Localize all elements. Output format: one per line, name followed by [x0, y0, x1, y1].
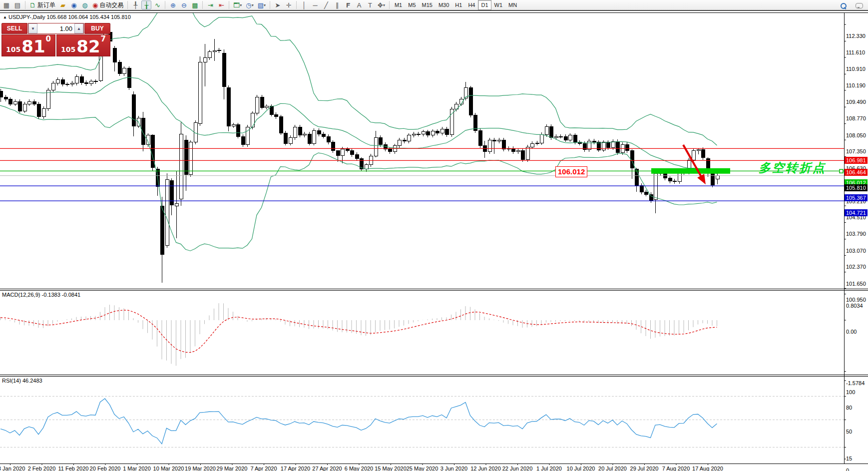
text-label-icon: T	[368, 2, 372, 8]
vertical-line-icon: │	[302, 2, 306, 8]
new-chart-button[interactable]: ▦	[1, 0, 11, 9]
price-badge-105.367: 105.367	[845, 194, 868, 201]
chart-line-button[interactable]: ∿	[152, 0, 162, 9]
toolbar-separator	[389, 1, 390, 9]
buy-button[interactable]: BUY	[84, 23, 110, 34]
autotrade-button[interactable]: ◉ 自动交易	[91, 0, 125, 9]
tile-windows-icon: ▩	[192, 2, 198, 8]
deposit-icon: ▰	[60, 2, 65, 8]
macd-axis-tick: 0.8034	[846, 303, 868, 309]
turning-point-annotation[interactable]: 多空转折点	[759, 160, 826, 176]
price-axis-tick: 107.350	[846, 148, 868, 154]
new-chart-icon: ▦	[3, 2, 9, 8]
price-axis-tick: 103.790	[846, 231, 868, 237]
toolbar-separator	[165, 1, 165, 9]
price-chart-canvas[interactable]	[0, 12, 868, 471]
tile-windows-button[interactable]: ▩	[190, 0, 200, 9]
timeframe-d1-button[interactable]: D1	[478, 0, 491, 10]
timeframe-m5-button[interactable]: M5	[405, 0, 419, 10]
channel-button[interactable]: ∥	[332, 0, 342, 9]
signals-icon: ◍	[82, 2, 87, 8]
indicators-add-icon: 🗔	[233, 2, 240, 8]
crosshair-button[interactable]: ✛	[284, 0, 294, 9]
timeframe-m15-button[interactable]: M15	[419, 0, 435, 10]
arrows-icon: ✥	[378, 2, 383, 8]
horizontal-line-icon: ─	[313, 2, 317, 8]
chevron-down-icon: ▾	[252, 2, 254, 8]
price-axis-tick: 100.950	[846, 297, 868, 303]
price-badge-106.464: 106.464	[845, 169, 868, 176]
toolbar-separator	[202, 1, 203, 9]
buy-price-button[interactable]: 105 82 7	[56, 34, 110, 56]
indicators-button[interactable]: 🗔▾	[232, 0, 243, 9]
timeframe-w1-button[interactable]: W1	[491, 0, 506, 10]
timeframe-m1-button[interactable]: M1	[392, 0, 405, 10]
zoom-out-button[interactable]: ⊖	[179, 0, 189, 9]
timeframe-h1-button[interactable]: H1	[452, 0, 465, 10]
community-button[interactable]: ◉	[69, 0, 79, 9]
cursor-button[interactable]: ➤	[273, 0, 283, 9]
crosshair-icon: ✛	[286, 2, 292, 8]
equidistant-channel-icon: ∥	[336, 2, 339, 8]
chart-candles-button[interactable]: ╁	[141, 0, 151, 9]
volume-decrease-button[interactable]: ▼	[28, 23, 37, 33]
toolbar-separator	[229, 1, 229, 9]
price-axis-tick: 111.610	[846, 49, 868, 55]
price-axis-tick: 112.330	[846, 33, 868, 39]
text-icon: A	[357, 2, 362, 8]
trendline-button[interactable]: ╱	[321, 0, 331, 9]
chart-region: ▲ USDJPY-,Daily 105.668 106.064 105.434 …	[0, 12, 868, 471]
new-order-button[interactable]: 🗋 新订单	[28, 0, 57, 9]
cursor-icon: ➤	[275, 2, 281, 8]
chevron-down-icon: ▾	[240, 2, 242, 8]
zoom-out-icon: ⊖	[181, 2, 187, 8]
fibonacci-button[interactable]: 𝐅	[343, 0, 353, 9]
rsi-pane-label: RSI(14) 46.2483	[2, 378, 42, 384]
zoom-in-button[interactable]: ⊕	[168, 0, 178, 9]
text-label-button[interactable]: T	[365, 0, 375, 9]
price-axis-tick: 108.770	[846, 115, 868, 121]
templates-button[interactable]: ▧▾	[256, 0, 267, 9]
periods-button[interactable]: ◷▾	[244, 0, 255, 9]
collapse-panel-arrow-icon[interactable]: ▲	[3, 15, 7, 19]
search-button[interactable]	[838, 1, 848, 10]
price-axis-tick: 110.190	[846, 82, 868, 88]
macd-axis-tick: 0.00	[846, 329, 868, 335]
timeframe-m30-button[interactable]: M30	[435, 0, 452, 10]
clock-icon: ◷	[246, 2, 251, 8]
autotrade-label: 自动交易	[99, 1, 123, 9]
chat-button[interactable]	[854, 1, 865, 10]
text-button[interactable]: A	[354, 0, 364, 9]
price-badge-106.981: 106.981	[845, 157, 868, 164]
hline-button[interactable]: ─	[310, 0, 320, 9]
chart-bars-button[interactable]: ╀	[130, 0, 140, 9]
auto-scroll-button[interactable]: ⇥	[205, 0, 215, 9]
rsi-axis-tick: 100	[846, 389, 868, 395]
price-axis-tick: 109.490	[846, 99, 868, 105]
buy-price-point: 7	[101, 36, 106, 42]
chevron-up-icon: ▲	[77, 26, 81, 31]
timeframe-mn-button[interactable]: MN	[505, 0, 520, 10]
signals-button[interactable]: ◍	[80, 0, 90, 9]
price-annotation-box[interactable]: 106.012	[555, 166, 587, 177]
chart-shift-button[interactable]: ⇤	[216, 0, 226, 9]
sell-button[interactable]: SELL	[1, 23, 27, 34]
one-click-trade-panel: SELL ▼ 1.00 ▲ BUY 105 81 0 105 82 7	[1, 23, 110, 56]
mt4-window: ▦ ▤ 🗋 新订单 ▰ ◉ ◍ ◉ 自动交易 ╀ ╁ ∿ ⊕ ⊖ ▩ ⇥ ⇤ 🗔…	[0, 0, 868, 471]
price-axis-tick: 103.070	[846, 248, 868, 254]
sell-price-pips: 81	[21, 38, 45, 54]
arrows-button[interactable]: ✥▾	[376, 0, 387, 9]
price-axis-tick: 110.910	[846, 66, 868, 72]
vline-button[interactable]: │	[299, 0, 309, 9]
template-icon: ▧	[258, 2, 264, 8]
autotrade-icon: ◉	[92, 2, 98, 8]
chart-symbol-title: ▲ USDJPY-,Daily 105.668 106.064 105.434 …	[3, 14, 131, 20]
volume-increase-button[interactable]: ▲	[74, 23, 83, 33]
new-order-label: 新订单	[37, 1, 55, 9]
volume-input[interactable]: 1.00	[37, 23, 74, 33]
auto-scroll-icon: ⇥	[208, 2, 213, 8]
profiles-button[interactable]: ▤	[12, 0, 22, 9]
timeframe-h4-button[interactable]: H4	[465, 0, 478, 10]
deposit-button[interactable]: ▰	[58, 0, 68, 9]
sell-price-button[interactable]: 105 81 0	[1, 34, 55, 56]
